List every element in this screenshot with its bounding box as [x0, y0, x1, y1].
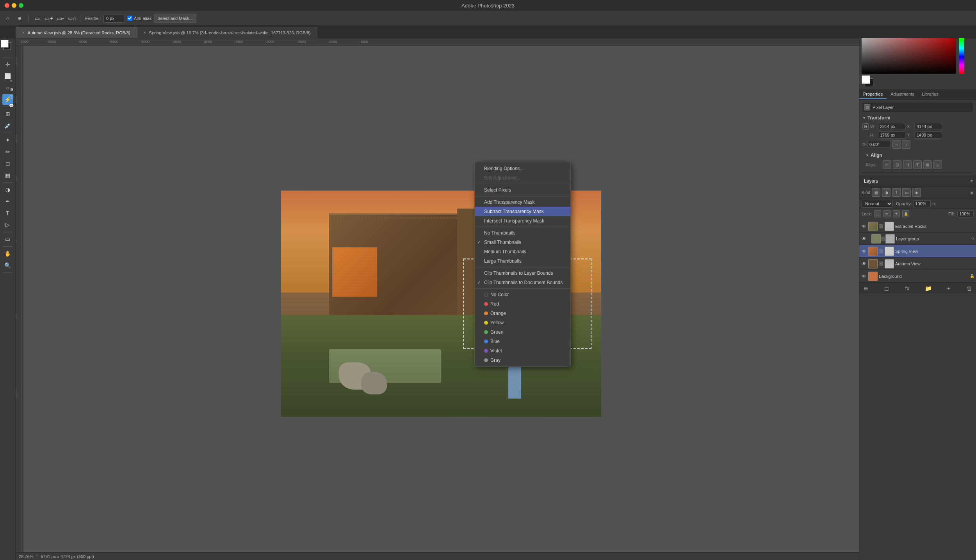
filter-toggle[interactable]: ◉: [970, 190, 974, 195]
panel-icon-layers[interactable]: ≡: [8, 77, 15, 84]
lock-transparency[interactable]: ⬚: [874, 210, 881, 217]
menu-item-clip-layer-bounds[interactable]: Clip Thumbnails to Layer Bounds: [475, 268, 570, 278]
layer-visibility-0[interactable]: 👁: [861, 223, 867, 229]
tool-move[interactable]: ✛: [2, 59, 13, 70]
menu-item-select-pixels[interactable]: Select Pixels: [475, 185, 570, 195]
layer-row-4[interactable]: 👁 Background 🔒: [859, 270, 976, 283]
tool-zoom[interactable]: 🔍: [2, 260, 13, 271]
panel-icon-adjust[interactable]: ◑: [8, 85, 15, 92]
layer-row-3[interactable]: 👁 ⛓ Autumn View: [859, 258, 976, 270]
menu-item-medium-thumbnails[interactable]: Medium Thumbnails: [475, 247, 570, 256]
layer-row-1[interactable]: 👁 ⛓ Layer group fx: [859, 233, 976, 245]
toolbar-add-to[interactable]: ▭+: [44, 14, 53, 23]
tool-path-select[interactable]: ▷: [2, 219, 13, 230]
filter-type[interactable]: T: [892, 188, 901, 197]
tool-eyedropper[interactable]: 💉: [2, 120, 13, 131]
opacity-input[interactable]: [913, 200, 931, 207]
fg-color-swatch[interactable]: [862, 75, 870, 84]
blend-mode-select[interactable]: Normal: [862, 200, 893, 208]
menu-item-no-color[interactable]: No Color: [475, 290, 570, 299]
align-header[interactable]: ▼ Align: [866, 153, 970, 158]
add-fill-layer-btn[interactable]: ⊕: [862, 284, 870, 293]
feather-input[interactable]: [103, 14, 125, 23]
color-swatches[interactable]: [1, 40, 15, 54]
foreground-color[interactable]: [1, 40, 9, 48]
menu-item-orange[interactable]: Orange: [475, 309, 570, 318]
menu-item-yellow[interactable]: Yellow: [475, 318, 570, 327]
props-tab-libraries[interactable]: Libraries: [918, 90, 942, 99]
tool-type[interactable]: T: [2, 208, 13, 219]
tool-pen[interactable]: ✒: [2, 196, 13, 207]
tab-autumn[interactable]: × Autumn View.psb @ 28.8% (Extracted Roc…: [16, 27, 137, 38]
layers-tab[interactable]: Layers: [862, 178, 880, 185]
minimize-button[interactable]: [12, 3, 16, 8]
close-button[interactable]: [5, 3, 9, 8]
align-left-button[interactable]: ⊢: [883, 160, 891, 169]
tab-autumn-close[interactable]: ×: [22, 30, 25, 35]
layer-visibility-3[interactable]: 👁: [861, 261, 867, 267]
y-input[interactable]: [915, 132, 942, 139]
layers-menu-icon[interactable]: ≡: [971, 179, 973, 183]
panel-icon-props[interactable]: ⓘ: [8, 94, 15, 101]
fill-input[interactable]: [957, 210, 974, 217]
filter-pixel[interactable]: ▤: [872, 188, 880, 197]
menu-item-red[interactable]: Red: [475, 299, 570, 309]
toolbar-rect[interactable]: ▭: [32, 14, 42, 23]
menu-item-add-transparency[interactable]: Add Transparency Mask: [475, 197, 570, 207]
layer-visibility-1[interactable]: 👁: [861, 236, 867, 242]
tool-eraser[interactable]: ◻: [2, 158, 13, 169]
new-layer-btn[interactable]: +: [944, 284, 953, 293]
tool-gradient[interactable]: ▦: [2, 170, 13, 181]
toolbar-options[interactable]: ≡: [15, 14, 24, 23]
h-input[interactable]: [878, 132, 905, 139]
menu-item-clip-doc-bounds[interactable]: ✓ Clip Thumbnails to Document Bounds: [475, 278, 570, 287]
align-right-button[interactable]: ⊣: [903, 160, 912, 169]
tool-hand[interactable]: ✋: [2, 248, 13, 259]
menu-item-small-thumbnails[interactable]: ✓ Small Thumbnails: [475, 238, 570, 247]
flip-v-button[interactable]: ↕: [902, 140, 910, 149]
props-tab-adjustments[interactable]: Adjustments: [887, 90, 918, 99]
tool-shape[interactable]: ▭: [2, 234, 13, 245]
tool-heal[interactable]: ✦: [2, 135, 13, 146]
toolbar-ps-home[interactable]: ⌂: [3, 14, 12, 23]
flip-h-button[interactable]: ↔: [892, 140, 901, 149]
filter-smart[interactable]: ◈: [912, 188, 921, 197]
antialias-label[interactable]: Anti-alias: [127, 16, 151, 21]
lock-pixels[interactable]: ✏: [883, 210, 891, 217]
tab-spring-close[interactable]: ×: [144, 30, 146, 35]
tab-spring[interactable]: × Spring View.psb @ 16.7% (3d-render-bru…: [137, 27, 317, 38]
layer-visibility-4[interactable]: 👁: [861, 273, 867, 279]
align-center-v-button[interactable]: ⊞: [923, 160, 932, 169]
align-bottom-button[interactable]: ⊥: [933, 160, 942, 169]
menu-item-no-thumbnails[interactable]: No Thumbnails: [475, 228, 570, 238]
menu-item-violet[interactable]: Violet: [475, 346, 570, 356]
fg-bg-swatches[interactable]: [862, 75, 877, 88]
menu-item-intersect-transparency[interactable]: Intersect Transparency Mask: [475, 216, 570, 226]
lock-all[interactable]: 🔒: [902, 210, 909, 217]
angle-input[interactable]: [867, 141, 891, 148]
align-center-h-button[interactable]: ⊟: [893, 160, 901, 169]
menu-item-green[interactable]: Green: [475, 327, 570, 337]
layer-visibility-2[interactable]: 👁: [861, 248, 867, 254]
antialias-checkbox[interactable]: [127, 16, 132, 21]
select-and-mask-button[interactable]: Select and Mask...: [154, 14, 196, 23]
layer-folder-btn[interactable]: 📁: [924, 284, 932, 293]
props-tab-properties[interactable]: Properties: [859, 90, 887, 99]
tool-crop[interactable]: ⊞: [2, 108, 13, 119]
delete-layer-btn[interactable]: 🗑: [965, 284, 974, 293]
layer-row-0[interactable]: 👁 ⛓ Extracted Rocks: [859, 220, 976, 233]
transform-header[interactable]: ▼ Transform: [862, 115, 973, 121]
panel-icon-chat[interactable]: 💬: [8, 102, 15, 109]
menu-item-large-thumbnails[interactable]: Large Thumbnails: [475, 256, 570, 266]
w-input[interactable]: [878, 123, 905, 130]
x-input[interactable]: [915, 123, 942, 130]
filter-shape[interactable]: ▭: [902, 188, 911, 197]
align-top-button[interactable]: ⊤: [913, 160, 922, 169]
maximize-button[interactable]: [19, 3, 23, 8]
canvas-area[interactable]: 🦅 ‌ 🦅 ‌ 🦅: [23, 46, 859, 552]
tool-brush[interactable]: ✏: [2, 146, 13, 157]
menu-item-gray[interactable]: Gray: [475, 356, 570, 365]
layer-effects-btn[interactable]: fx: [903, 284, 912, 293]
tool-dodge[interactable]: ◑: [2, 184, 13, 195]
menu-item-subtract-transparency[interactable]: Subtract Transparency Mask: [475, 207, 570, 216]
